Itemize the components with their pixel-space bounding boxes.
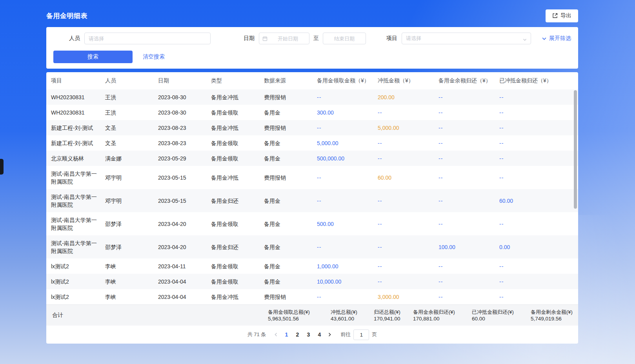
cell-offset-return: -- xyxy=(495,170,578,185)
cell-source: 备用金 xyxy=(259,151,312,166)
side-drawer-handle[interactable] xyxy=(0,159,4,175)
search-button[interactable]: 搜索 xyxy=(53,51,133,63)
cell-balance-return: -- xyxy=(434,274,495,289)
cell-offset: -- xyxy=(373,105,434,120)
cell-project: 测试-南昌大学第一附属医院 xyxy=(46,212,100,235)
cell-person: 王洪 xyxy=(100,89,153,105)
summary-item: 冲抵总额(¥)43,601.00 xyxy=(331,308,357,322)
cell-source: 备用金 xyxy=(259,258,312,274)
table-scrollbar-thumb[interactable] xyxy=(574,90,577,209)
cell-balance-return: -- xyxy=(434,151,495,166)
project-filter-label: 项目 xyxy=(386,35,397,42)
cell-project: 测试-南昌大学第一附属医院 xyxy=(46,235,100,258)
cell-type: 备用金领取 xyxy=(206,258,259,274)
summary-item-value: 5,963,501.56 xyxy=(268,315,310,322)
goto-page-suffix: 页 xyxy=(372,331,377,338)
summary-item-label: 已冲抵金额归还(¥) xyxy=(472,308,514,315)
cell-type: 备用金冲抵 xyxy=(206,289,259,304)
table-row[interactable]: lx测试2李峡2023-04-04备用金领取备用金10,000.00------ xyxy=(46,274,578,289)
cell-balance-return: -- xyxy=(434,289,495,304)
cell-offset-return: -- xyxy=(495,216,578,231)
page-number-2[interactable]: 2 xyxy=(292,329,303,340)
cell-balance-return: -- xyxy=(434,216,495,231)
date-filter-group: 日期 至 xyxy=(244,33,366,44)
start-date-input[interactable] xyxy=(270,36,306,42)
cell-offset: -- xyxy=(373,135,434,151)
table-body: WH20230831王洪2023-08-30备用金冲抵费用报销--200.00-… xyxy=(46,89,578,304)
cell-date: 2023-05-15 xyxy=(153,193,206,208)
page-number-list: 1234 xyxy=(281,329,325,340)
cell-project: 新建工程-刘-测试 xyxy=(46,120,100,135)
column-header: 日期 xyxy=(153,77,206,84)
cell-offset-return: -- xyxy=(495,289,578,304)
cell-balance-return: -- xyxy=(434,120,495,135)
cell-receive: -- xyxy=(312,170,373,185)
summary-item: 备用金剩余金额(¥)5,749,019.56 xyxy=(531,308,573,322)
column-header: 项目 xyxy=(46,77,100,84)
cell-date: 2023-04-11 xyxy=(153,258,206,274)
cell-balance-return: 100.00 xyxy=(434,239,495,255)
cell-offset: -- xyxy=(373,274,434,289)
cell-offset: 200.00 xyxy=(373,89,434,105)
summary-item-value: 60.00 xyxy=(472,315,514,322)
table-row[interactable]: 新建工程-刘-测试文圣2023-08-23备用金冲抵费用报销--5,000.00… xyxy=(46,120,578,135)
summary-item: 备用金领取总额(¥)5,963,501.56 xyxy=(268,308,310,322)
start-date-picker[interactable] xyxy=(259,33,309,44)
summary-item: 已冲抵金额归还(¥)60.00 xyxy=(472,308,514,322)
summary-item-label: 冲抵总额(¥) xyxy=(331,308,357,315)
cell-offset-return: -- xyxy=(495,258,578,274)
summary-item-label: 归还总额(¥) xyxy=(374,308,400,315)
next-page-button[interactable] xyxy=(325,329,334,340)
table-row[interactable]: 测试-南昌大学第一附属医院邵梦泽2023-04-20备用金归还备用金----10… xyxy=(46,235,578,258)
table-row[interactable]: lx测试2李峡2023-04-04备用金冲抵费用报销--3,000.00---- xyxy=(46,289,578,304)
page-number-1[interactable]: 1 xyxy=(281,329,292,340)
summary-item-value: 5,749,019.56 xyxy=(531,315,573,322)
table-row[interactable]: WH20230831王洪2023-08-30备用金领取备用金300.00----… xyxy=(46,105,578,120)
cell-offset-return: -- xyxy=(495,274,578,289)
person-filter-group: 人员 xyxy=(69,33,211,44)
cell-source: 备用金 xyxy=(259,193,312,208)
cell-source: 费用报销 xyxy=(259,170,312,185)
date-range-separator: 至 xyxy=(313,35,319,42)
page-number-4[interactable]: 4 xyxy=(314,329,325,340)
export-button[interactable]: 导出 xyxy=(546,9,578,22)
goto-label: 前往 xyxy=(340,331,351,338)
person-select-input[interactable] xyxy=(84,33,211,44)
cell-source: 备用金 xyxy=(259,135,312,151)
cell-person: 满金娜 xyxy=(100,151,153,166)
table-row[interactable]: 新建工程-刘-测试文圣2023-08-23备用金领取备用金5,000.00---… xyxy=(46,135,578,151)
end-date-input[interactable] xyxy=(326,36,362,42)
cell-date: 2023-08-30 xyxy=(153,105,206,120)
main-content: 备用金明细表 导出 人员 日期 xyxy=(46,9,578,344)
cell-project: lx测试2 xyxy=(46,258,100,274)
table-header-row: 项目人员日期类型数据来源备用金领取金额（¥）冲抵金额（¥）备用金余额归还（¥）已… xyxy=(46,72,578,89)
cell-offset-return: -- xyxy=(495,135,578,151)
table-row[interactable]: 测试-南昌大学第一附属医院邵梦泽2023-04-20备用金领取备用金500.00… xyxy=(46,212,578,235)
filter-panel: 人员 日期 至 xyxy=(46,27,578,69)
table-row[interactable]: 北京顺义杨林满金娜2023-05-29备用金领取备用金500,000.00---… xyxy=(46,151,578,166)
table-row[interactable]: WH20230831王洪2023-08-30备用金冲抵费用报销--200.00-… xyxy=(46,89,578,105)
page-number-3[interactable]: 3 xyxy=(303,329,314,340)
cell-date: 2023-08-23 xyxy=(153,135,206,151)
cell-receive: 500.00 xyxy=(312,216,373,231)
table-row[interactable]: lx测试2李峡2023-04-11备用金领取备用金1,000.00------ xyxy=(46,258,578,274)
cell-project: 新建工程-刘-测试 xyxy=(46,135,100,151)
cell-project: WH20230831 xyxy=(46,105,100,120)
project-select[interactable]: 请选择 xyxy=(402,33,531,44)
expand-filters-link[interactable]: 展开筛选 xyxy=(542,35,571,42)
cell-receive: 1,000.00 xyxy=(312,258,373,274)
cell-receive: -- xyxy=(312,289,373,304)
end-date-picker[interactable] xyxy=(323,33,366,44)
cell-source: 费用报销 xyxy=(259,289,312,304)
clear-search-link[interactable]: 清空搜索 xyxy=(143,53,165,60)
column-header: 人员 xyxy=(100,77,153,84)
goto-page-input[interactable] xyxy=(353,329,369,340)
cell-offset-return: 0.00 xyxy=(495,239,578,255)
goto-page-group: 前往 页 xyxy=(340,329,377,340)
project-select-placeholder: 请选择 xyxy=(406,35,421,42)
table-row[interactable]: 测试-南昌大学第一附属医院邓宇明2023-05-15备用金冲抵费用报销--60.… xyxy=(46,166,578,189)
previous-page-button[interactable] xyxy=(271,329,281,340)
summary-total-label: 合计 xyxy=(52,312,63,319)
table-row[interactable]: 测试-南昌大学第一附属医院邓宇明2023-05-15备用金归还备用金------… xyxy=(46,189,578,212)
summary-item-value: 170,881.00 xyxy=(413,315,455,322)
